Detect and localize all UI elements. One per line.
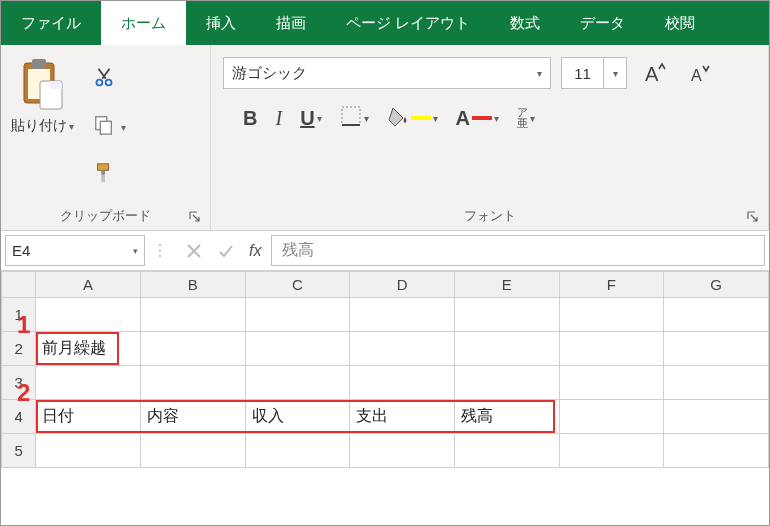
svg-rect-12 — [342, 107, 360, 125]
cell-A1[interactable] — [36, 298, 141, 332]
cell-F4[interactable] — [559, 400, 664, 434]
tab-review[interactable]: 校閲 — [645, 1, 715, 45]
bucket-icon — [387, 105, 409, 131]
tab-data[interactable]: データ — [560, 1, 645, 45]
col-header-G[interactable]: G — [664, 272, 769, 298]
tab-draw[interactable]: 描画 — [256, 1, 326, 45]
row-header-1[interactable]: 1 — [2, 298, 36, 332]
row-header-2[interactable]: 2 — [2, 332, 36, 366]
font-size-select[interactable]: 11 ▾ — [561, 57, 627, 89]
cell-B4[interactable]: 内容 — [140, 400, 245, 434]
cell-D5[interactable] — [350, 434, 455, 468]
group-clipboard: 貼り付け ▾ ▾ — [1, 45, 211, 230]
enter-formula-button[interactable] — [217, 242, 235, 260]
cell-D4[interactable]: 支出 — [350, 400, 455, 434]
formula-bar: E4 ▾ ⋮ fx 残高 — [1, 231, 769, 271]
name-box[interactable]: E4 ▾ — [5, 235, 145, 266]
tab-home[interactable]: ホーム — [101, 1, 186, 45]
worksheet-grid: A B C D E F G 1 2 前月繰越 3 4 日付 内容 収入 支出 残… — [1, 271, 769, 468]
copy-icon — [93, 114, 115, 140]
tab-formulas[interactable]: 数式 — [490, 1, 560, 45]
cell-F3[interactable] — [559, 366, 664, 400]
cell-E2[interactable] — [454, 332, 559, 366]
insert-function-button[interactable]: fx — [249, 242, 261, 260]
col-header-D[interactable]: D — [350, 272, 455, 298]
cell-G1[interactable] — [664, 298, 769, 332]
select-all-corner[interactable] — [2, 272, 36, 298]
formula-bar-resize-handle[interactable]: ⋮ — [145, 231, 175, 270]
cell-B1[interactable] — [140, 298, 245, 332]
svg-text:A: A — [645, 63, 659, 85]
ruby-phonetic-button[interactable]: ア 亜 ▾ — [517, 101, 535, 135]
chevron-down-icon: ▾ — [433, 113, 438, 124]
group-label-font: フォント — [464, 207, 516, 225]
cell-E3[interactable] — [454, 366, 559, 400]
row-header-3[interactable]: 3 — [2, 366, 36, 400]
tab-insert[interactable]: 挿入 — [186, 1, 256, 45]
row-header-4[interactable]: 4 — [2, 400, 36, 434]
col-header-A[interactable]: A — [36, 272, 141, 298]
dialog-launcher-font[interactable] — [744, 208, 762, 226]
cell-A5[interactable] — [36, 434, 141, 468]
cell-A3[interactable] — [36, 366, 141, 400]
fill-color-button[interactable]: ▾ — [387, 101, 438, 135]
font-name-value: 游ゴシック — [232, 64, 307, 83]
ribbon-tabs: ファイル ホーム 挿入 描画 ページ レイアウト 数式 データ 校閲 — [1, 1, 769, 45]
font-color-button[interactable]: A ▾ — [456, 101, 499, 135]
chevron-down-icon: ▾ — [530, 113, 535, 124]
cell-A2[interactable]: 前月繰越 — [36, 332, 141, 366]
underline-button[interactable]: U▾ — [300, 101, 321, 135]
tab-file[interactable]: ファイル — [1, 1, 101, 45]
cell-G5[interactable] — [664, 434, 769, 468]
cell-F1[interactable] — [559, 298, 664, 332]
cut-button[interactable] — [87, 59, 143, 99]
tab-page-layout[interactable]: ページ レイアウト — [326, 1, 490, 45]
cell-D2[interactable] — [350, 332, 455, 366]
paste-button[interactable]: 貼り付け ▾ — [7, 53, 77, 135]
chevron-down-icon[interactable]: ▾ — [604, 58, 626, 88]
decrease-font-size-button[interactable]: A — [683, 57, 719, 89]
cell-C3[interactable] — [245, 366, 350, 400]
cell-E1[interactable] — [454, 298, 559, 332]
borders-button[interactable]: ▾ — [340, 101, 369, 135]
copy-button[interactable]: ▾ — [87, 107, 143, 147]
cell-G4[interactable] — [664, 400, 769, 434]
svg-rect-2 — [32, 59, 46, 69]
cell-G2[interactable] — [664, 332, 769, 366]
cell-B2[interactable] — [140, 332, 245, 366]
cell-F5[interactable] — [559, 434, 664, 468]
cell-E5[interactable] — [454, 434, 559, 468]
cancel-formula-button[interactable] — [185, 242, 203, 260]
ruby-label: ア 亜 — [517, 107, 528, 129]
cell-B5[interactable] — [140, 434, 245, 468]
dialog-launcher-clipboard[interactable] — [186, 208, 204, 226]
italic-button[interactable]: I — [275, 101, 282, 135]
increase-font-size-button[interactable]: A — [637, 57, 673, 89]
cell-C4[interactable]: 収入 — [245, 400, 350, 434]
bold-button[interactable]: B — [243, 101, 257, 135]
formula-input[interactable]: 残高 — [271, 235, 765, 266]
col-header-F[interactable]: F — [559, 272, 664, 298]
cell-G3[interactable] — [664, 366, 769, 400]
borders-icon — [340, 105, 362, 131]
cell-C5[interactable] — [245, 434, 350, 468]
cell-F2[interactable] — [559, 332, 664, 366]
chevron-down-icon: ▾ — [133, 246, 138, 256]
col-header-E[interactable]: E — [454, 272, 559, 298]
row-header-5[interactable]: 5 — [2, 434, 36, 468]
cell-B3[interactable] — [140, 366, 245, 400]
cell-D3[interactable] — [350, 366, 455, 400]
check-icon — [217, 242, 235, 260]
cell-C1[interactable] — [245, 298, 350, 332]
col-header-C[interactable]: C — [245, 272, 350, 298]
cell-E4[interactable]: 残高 — [454, 400, 559, 434]
group-font: 游ゴシック ▾ 11 ▾ A A B I U▾ — [211, 45, 769, 230]
paintbrush-icon — [93, 162, 115, 188]
cell-C2[interactable] — [245, 332, 350, 366]
svg-text:A: A — [691, 67, 702, 84]
cell-D1[interactable] — [350, 298, 455, 332]
font-name-select[interactable]: 游ゴシック ▾ — [223, 57, 551, 89]
col-header-B[interactable]: B — [140, 272, 245, 298]
format-painter-button[interactable] — [87, 155, 143, 195]
cell-A4[interactable]: 日付 — [36, 400, 141, 434]
